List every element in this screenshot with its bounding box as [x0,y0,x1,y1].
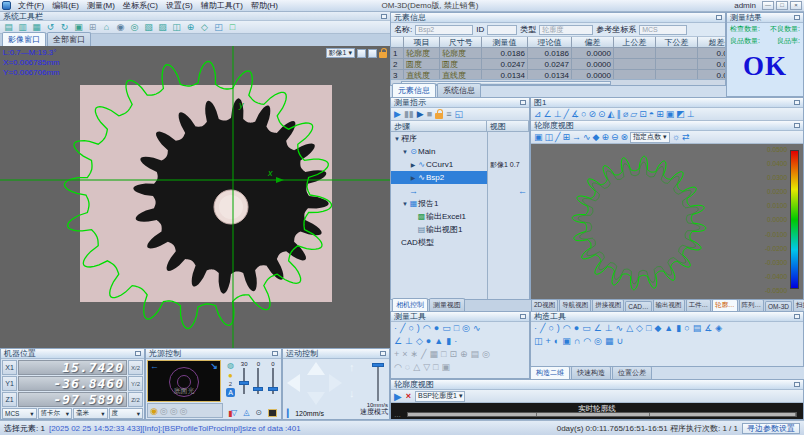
construct-icon-b-8[interactable]: ∪ [616,336,623,347]
measure-icon-3[interactable]: ) [417,323,420,334]
ribbon-tab-3[interactable]: CAD… [625,301,651,311]
plot-view-icon-2[interactable]: ╱ [555,132,560,143]
dro-selector-1[interactable]: 笛卡尔▾ [38,408,73,419]
measure-icon-gray-b-2[interactable]: △ [413,362,420,373]
measure-icon-gray-8[interactable]: ▤ [471,349,480,360]
column-header-6[interactable]: 上公差 [614,37,656,48]
maximize-button[interactable]: □ [776,1,788,10]
measure-icon-7[interactable]: □ [454,323,459,334]
measure-icon-b-6[interactable]: · [454,336,457,347]
plot-view-icon-0[interactable]: ▣ [534,132,543,143]
plot-view-icon-6[interactable]: ◆ [593,132,600,143]
list-icon[interactable]: ≡ [446,109,451,120]
mode-tab-1[interactable]: 快速构造 [571,366,611,379]
ring-light-on-icon[interactable]: ◉ [150,406,158,416]
measure-icon-9[interactable]: ∿ [473,323,481,334]
construct-icon-11[interactable]: ◇ [636,323,643,334]
bell-icon[interactable]: ◬ [243,408,249,417]
ribbon-tab-5[interactable]: 工件… [686,300,712,311]
plot-extra-icon-0[interactable]: ☼ [672,132,680,143]
menu-item-3[interactable]: 坐标系(C) [119,0,162,11]
plot-view-icon-3[interactable]: ⊞ [562,132,570,143]
field-value-0[interactable]: Bsp2 [415,25,473,35]
measure-icon-1[interactable]: ╱ [400,323,405,334]
jog-right-button[interactable] [329,374,342,392]
pin-icon[interactable] [794,382,800,387]
measure-icon-b-1[interactable]: ⊥ [405,336,413,347]
mode-tab-0[interactable]: 构造二维 [530,366,570,379]
plot-extra-icon-1[interactable]: ⇄ [682,132,690,143]
column-header-2[interactable]: 尺寸号 [440,37,482,48]
pin-icon[interactable] [794,314,800,319]
measure-icon-b-4[interactable]: ▲ [434,336,443,347]
table-icon[interactable]: ▨ [156,22,169,33]
construct-icon-2[interactable]: ○ [548,323,553,334]
control-tab-1[interactable]: 测量视图 [429,298,465,311]
plot-measure-icon-1[interactable]: ∠ [544,109,552,120]
construct-icon-b-0[interactable]: ◫ [534,336,543,347]
construct-icon-13[interactable]: ◆ [654,323,661,334]
delete-icon[interactable]: × [406,391,411,401]
plot-measure-icon-15[interactable]: ▣ [666,109,675,120]
ribbon-tab-9[interactable]: 扫描仪器 [793,300,804,311]
menu-item-4[interactable]: 设置(S) [162,0,197,11]
jog-down-button[interactable] [307,392,325,405]
construct-icon-b-5[interactable]: ◠ [583,336,591,347]
pin-icon[interactable] [794,100,800,105]
ring-light-icon[interactable]: ◎ [160,406,168,416]
menu-item-1[interactable]: 编辑(E) [48,0,83,11]
measure-icon-0[interactable]: · [394,323,397,334]
play-icon[interactable]: ▶ [394,391,402,402]
construct-icon-b-2[interactable]: ◐ [554,336,559,347]
column-header-4[interactable]: 理论值 [528,37,572,48]
plot-measure-icon-10[interactable]: ⌀ [623,109,628,120]
plot-measure-icon-12[interactable]: ⊡ [639,109,647,120]
pin-icon[interactable] [381,14,387,19]
plot-measure-icon-4[interactable]: ∡ [571,109,579,120]
new-file-icon[interactable]: ▤ [2,22,15,33]
dro-selector-3[interactable]: 度▾ [109,408,144,419]
band-scrollbar[interactable] [407,412,797,417]
menu-item-5[interactable]: 辅助工具(T) [197,0,247,11]
image-view-icon[interactable]: ▣ [72,22,85,33]
measure-icon-b-5[interactable]: ▮ [446,336,451,347]
construct-icon-4[interactable]: ◠ [563,323,571,334]
measure-icon-gray-b-0[interactable]: ◠ [394,362,402,373]
plot-view-icon-7[interactable]: ⊕ [601,132,609,143]
lock-icon[interactable] [379,52,387,58]
construct-icon-b-3[interactable]: ▣ [562,336,571,347]
tree-row-Bsp2[interactable]: ▶∿Bsp2 [391,171,529,184]
ribbon-tab-8[interactable]: OM-3D [765,301,792,311]
pin-icon[interactable] [794,123,800,128]
expander-icon[interactable]: ▼ [401,149,409,155]
close-button[interactable]: × [790,1,802,10]
tree-row-→[interactable]: →← [391,184,529,197]
measure-icon-gray-1[interactable]: × [402,349,407,360]
edge-param-button[interactable]: 寻边参数设置 [742,423,800,434]
tree-row-输出Excel1[interactable]: ▩输出Excel1 [391,210,529,223]
lock-icon[interactable] [435,113,443,119]
expander-icon[interactable]: ▶ [409,161,417,168]
measure-icon-4[interactable]: ◠ [423,323,431,334]
eye-icon[interactable]: ◉ [114,22,127,33]
camera-view[interactable]: L:0.7—M:19.3° X=0.006785mm Y=0.006706mm … [0,46,390,348]
measure-icon-gray-b-5[interactable]: ▣ [442,362,451,373]
home-icon[interactable]: ⌂ [100,22,113,33]
camera-mini-button-1[interactable] [357,49,366,58]
construct-icon-b-7[interactable]: ▦ [605,336,614,347]
ribbon-tab-6[interactable]: 轮廓… [712,300,738,311]
construct-icon-b-4[interactable]: ∩ [574,336,580,347]
column-header-8[interactable]: 超差值 [698,37,725,48]
pin-icon[interactable] [716,15,722,20]
plot-measure-icon-13[interactable]: ◓ [649,109,654,120]
tree-row-输出视图1[interactable]: ▤输出视图1 [391,223,529,236]
layout-icon[interactable]: ◫ [170,22,183,33]
camera-icon[interactable]: ◎ [128,22,141,33]
plot-measure-icon-11[interactable]: ▱ [630,109,637,120]
menu-item-0[interactable]: 文件(F) [14,0,48,11]
power-icon[interactable]: ⊙ [255,408,262,417]
field-value-2[interactable]: 轮廓度 [539,25,593,35]
ribbon-tab-1[interactable]: 导航视图 [559,300,591,311]
table-row[interactable]: 2圆度圆度0.02470.02470.00000.0000 [391,59,725,70]
measure-icon-b-3[interactable]: ● [426,336,431,347]
